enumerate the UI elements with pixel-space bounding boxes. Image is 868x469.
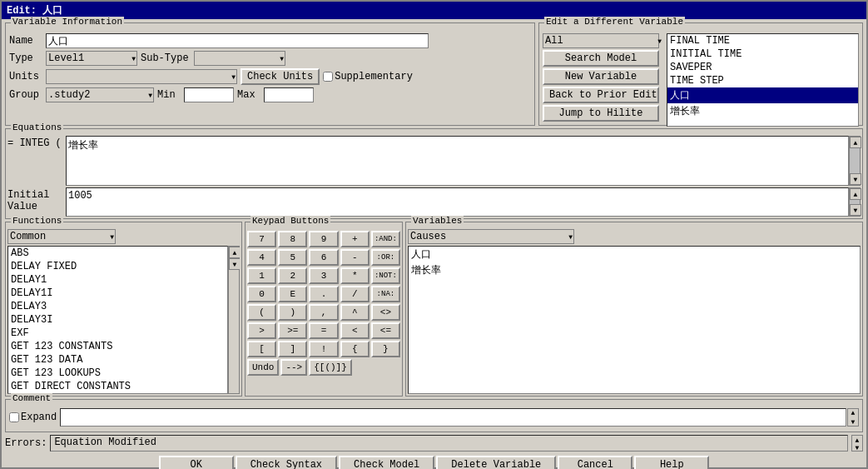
subtype-select[interactable]: [194, 51, 285, 66]
keypad-div[interactable]: /: [340, 286, 370, 302]
functions-list[interactable]: ABS DELAY FIXED DELAY1 DELAY1I DELAY3 DE…: [7, 246, 228, 394]
check-model-button[interactable]: Check Model: [339, 456, 434, 469]
keypad-neq[interactable]: <>: [371, 304, 400, 321]
check-syntax-button[interactable]: Check Syntax: [236, 456, 337, 469]
keypad-rbracket[interactable]: ]: [278, 341, 307, 357]
keypad-gte[interactable]: >=: [278, 322, 307, 339]
list-item[interactable]: GET 123 LOOKUPS: [8, 367, 227, 380]
search-model-button[interactable]: Search Model: [543, 50, 659, 67]
arrow-button[interactable]: -->: [280, 359, 307, 376]
list-item[interactable]: DELAY FIXED: [8, 260, 227, 273]
err-scroll-up[interactable]: ▲: [856, 437, 860, 444]
initial-value-content[interactable]: 1005: [66, 187, 849, 217]
supplementary-checkbox[interactable]: [323, 72, 333, 82]
func-scroll-up[interactable]: ▲: [229, 247, 240, 258]
keypad-6[interactable]: 6: [309, 249, 338, 266]
list-item[interactable]: DELAY3I: [8, 313, 227, 327]
list-item[interactable]: FINAL TIME: [667, 34, 858, 47]
keypad-eq[interactable]: =: [309, 322, 338, 339]
keypad-gt[interactable]: >: [247, 322, 276, 339]
variables-list[interactable]: 人口 增长率: [408, 246, 861, 394]
comment-scroll-down[interactable]: ▼: [851, 418, 856, 426]
keypad-0[interactable]: 0: [247, 286, 276, 302]
keypad-mul[interactable]: *: [340, 267, 370, 284]
eq-scroll-up[interactable]: ▲: [850, 137, 861, 148]
keypad-rbrace[interactable]: }: [371, 341, 400, 357]
keypad-lparen[interactable]: (: [247, 304, 276, 321]
keypad-lt[interactable]: <: [340, 322, 370, 339]
check-units-button[interactable]: Check Units: [241, 68, 320, 85]
errors-scrollbar[interactable]: ▲ ▼: [851, 435, 863, 452]
eq-scrollbar[interactable]: ▲ ▼: [849, 136, 861, 186]
cancel-button[interactable]: Cancel: [558, 456, 632, 469]
list-item[interactable]: 人口: [667, 87, 858, 103]
ok-button[interactable]: OK: [159, 456, 234, 469]
init-scroll-down[interactable]: ▼: [850, 204, 861, 216]
list-item[interactable]: GET 123 DATA: [8, 353, 227, 367]
func-scroll-down[interactable]: ▼: [229, 258, 240, 270]
group-select[interactable]: .study2: [46, 87, 154, 102]
new-variable-button[interactable]: New Variable: [543, 68, 659, 85]
comment-area[interactable]: [60, 408, 846, 427]
equations-content[interactable]: 增长率: [66, 136, 849, 186]
keypad-lbrace[interactable]: {: [340, 341, 370, 357]
keypad-lte[interactable]: <=: [371, 322, 400, 339]
keypad-2[interactable]: 2: [278, 267, 307, 284]
keypad-4[interactable]: 4: [247, 249, 276, 266]
keypad-e[interactable]: E: [278, 286, 307, 302]
eq-scroll-down[interactable]: ▼: [850, 173, 861, 185]
help-button[interactable]: Help: [634, 456, 709, 469]
keypad-minus[interactable]: -: [340, 249, 370, 266]
delete-variable-button[interactable]: Delete Variable: [436, 456, 556, 469]
keypad-lbracket[interactable]: [: [247, 341, 276, 357]
list-item[interactable]: GET DIRECT CONSTANTS: [8, 380, 227, 393]
keypad-plus[interactable]: +: [340, 231, 370, 247]
expand-checkbox[interactable]: [9, 412, 19, 422]
keypad-excl[interactable]: !: [309, 341, 338, 357]
max-input[interactable]: [264, 87, 314, 102]
list-item[interactable]: INITIAL TIME: [667, 47, 858, 61]
keypad-comma[interactable]: ,: [309, 304, 338, 321]
keypad-9[interactable]: 9: [309, 231, 338, 247]
units-select[interactable]: [46, 69, 237, 84]
back-prior-button[interactable]: Back to Prior Edit: [543, 87, 659, 103]
keypad-na[interactable]: :NA:: [371, 286, 400, 302]
functions-category-select[interactable]: Common: [7, 229, 116, 244]
keypad-5[interactable]: 5: [278, 249, 307, 266]
list-item[interactable]: ABS: [8, 247, 227, 260]
keypad-dot[interactable]: .: [309, 286, 338, 302]
comment-scrollbar[interactable]: ▲ ▼: [847, 408, 859, 427]
list-item[interactable]: 增长率: [667, 103, 858, 119]
list-item[interactable]: DELAY1I: [8, 287, 227, 300]
initial-scrollbar[interactable]: ▲ ▼: [849, 187, 861, 217]
list-item[interactable]: DELAY1: [8, 273, 227, 287]
min-input[interactable]: [184, 87, 234, 102]
variable-list[interactable]: FINAL TIME INITIAL TIME SAVEPER TIME STE…: [667, 33, 859, 127]
jump-hilite-button[interactable]: Jump to Hilite: [543, 105, 659, 122]
keypad-7[interactable]: 7: [247, 231, 276, 247]
list-item[interactable]: 增长率: [409, 262, 860, 278]
list-item[interactable]: GET 123 CONSTANTS: [8, 340, 227, 353]
err-scroll-down[interactable]: ▼: [856, 444, 860, 452]
functions-scrollbar[interactable]: ▲ ▼: [228, 246, 240, 394]
keypad-rparen[interactable]: ): [278, 304, 307, 321]
braces-button[interactable]: {[()]}: [309, 359, 352, 376]
keypad-and[interactable]: :AND:: [371, 231, 400, 247]
keypad-8[interactable]: 8: [278, 231, 307, 247]
keypad-caret[interactable]: ^: [340, 304, 370, 321]
comment-scroll-up[interactable]: ▲: [851, 409, 856, 417]
init-scroll-up[interactable]: ▲: [850, 188, 861, 200]
list-item[interactable]: TIME STEP: [667, 74, 858, 87]
keypad-3[interactable]: 3: [309, 267, 338, 284]
variables-causes-select[interactable]: Causes: [408, 229, 574, 244]
list-item[interactable]: SAVEPER: [667, 61, 858, 74]
list-item[interactable]: DELAY3: [8, 300, 227, 313]
undo-button[interactable]: Undo: [247, 359, 279, 376]
list-item[interactable]: 人口: [409, 247, 860, 262]
name-input[interactable]: [46, 33, 429, 48]
keypad-not[interactable]: :NOT:: [371, 267, 400, 284]
all-select[interactable]: All: [543, 33, 659, 48]
keypad-or[interactable]: :OR:: [371, 249, 400, 266]
type-select[interactable]: Level1: [46, 51, 137, 66]
keypad-1[interactable]: 1: [247, 267, 276, 284]
